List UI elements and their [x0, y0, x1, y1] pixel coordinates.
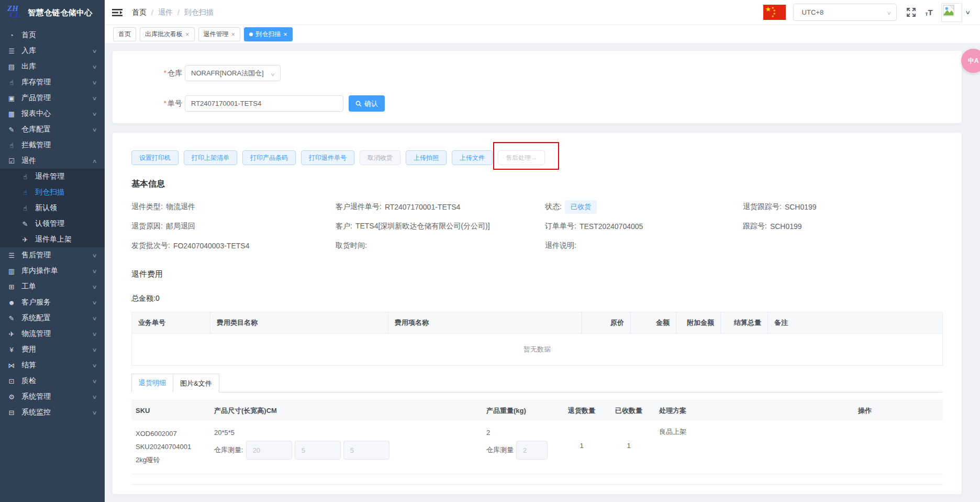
warehouse-select[interactable]: NORAFR[NORA法国仓] ∨ — [185, 65, 281, 81]
chevron-down-icon: ∨ — [92, 331, 97, 337]
chevron-down-icon: ∨ — [886, 10, 892, 16]
sidebar-item-system-monitor[interactable]: ⊟ 系统监控 ∨ — [0, 405, 105, 420]
return-reason-field: 退货原因: 邮局退回 — [131, 216, 336, 236]
view-tab-outbound-board[interactable]: 出库批次看板 × — [140, 27, 195, 41]
print-product-barcode-button[interactable]: 打印产品条码 — [242, 150, 296, 165]
return-type-field: 退件类型: 物流退件 — [131, 197, 336, 216]
china-flag-icon[interactable]: ★ ★ ★ ★ ★ — [763, 5, 786, 20]
sidebar-item-intercept[interactable]: ☝ 拦截管理 — [0, 137, 105, 153]
app-logo: ZH CL 智慧仓链仓储中心 — [0, 0, 105, 25]
avatar-dropdown-caret-icon[interactable]: ∨ — [965, 9, 971, 15]
required-asterisk: * — [164, 99, 166, 107]
col-return-qty: 退货数量 — [561, 400, 603, 421]
view-tab-home[interactable]: 首页 — [113, 27, 136, 41]
customer-return-no-field: 客户退件单号: RT2407170001-TETS4 — [336, 197, 545, 216]
sidebar-item-new-claim[interactable]: ☝ 新认领 — [0, 200, 105, 216]
sidebar-item-system-manage[interactable]: ⚙ 系统管理 ∨ — [0, 389, 105, 405]
print-return-number-button[interactable]: 打印退件单号 — [301, 150, 354, 165]
return-manage-icon: ☝ — [21, 173, 29, 181]
fee-section-title: 退件费用 — [131, 269, 943, 279]
aftersales-icon: ☰ — [7, 252, 16, 259]
sidebar-item-inventory[interactable]: ☝ 库存管理 ∨ — [0, 74, 105, 90]
product-icon: ▣ — [7, 94, 16, 102]
return-tracking-no-field: 退货跟踪号: SCH0199 — [743, 197, 943, 216]
sidebar-item-home[interactable]: ◔ 首页 — [0, 27, 105, 43]
sidebar-item-settlement[interactable]: ⋈ 结算 ∨ — [0, 357, 105, 373]
outbound-icon: ▤ — [7, 63, 16, 71]
font-size-icon[interactable]: тT — [926, 8, 933, 17]
col-weight: 产品重量(kg) — [482, 400, 561, 421]
app-title: 智慧仓链仓储中心 — [28, 8, 93, 18]
close-icon[interactable]: × — [231, 31, 236, 38]
fullscreen-icon[interactable] — [906, 7, 916, 17]
search-icon — [355, 101, 362, 107]
fee-table-header: 业务单号 费用类目名称 费用项名称 原价 金额 附加金额 结算总量 备注 — [132, 312, 942, 333]
sidebar-item-logistics[interactable]: ✈ 物流管理 ∨ — [0, 326, 105, 342]
sidebar-item-reports[interactable]: ▦ 报表中心 ∨ — [0, 106, 105, 122]
sidebar-item-system-config[interactable]: ✎ 系统配置 ∨ — [0, 310, 105, 326]
warehouse-ops-icon: ▥ — [7, 267, 16, 275]
tab-return-detail[interactable]: 退货明细 — [131, 374, 173, 392]
logo-icon: ZH CL — [6, 4, 23, 21]
sidebar-item-return-shelve[interactable]: ✈ 退件单上架 — [0, 232, 105, 247]
breadcrumb-home[interactable]: 首页 — [132, 8, 147, 17]
col-sku: SKU — [131, 400, 210, 421]
warehouse-label: 仓库 — [168, 69, 182, 77]
sidebar-item-fees[interactable]: ¥ 费用 ∨ — [0, 342, 105, 357]
sidebar-item-returns[interactable]: ☑ 退件 ∧ — [0, 153, 105, 169]
customer-field: 客户: TETS4[深圳新欧达仓储有限公司(分公司)] — [336, 216, 545, 236]
product-table-header: SKU 产品尺寸(长宽高)CM 产品重量(kg) 退货数量 已收数量 处理方案 … — [131, 400, 943, 421]
sidebar-item-warehouse-config[interactable]: ✎ 仓库配置 ∨ — [0, 122, 105, 137]
col-dimensions: 产品尺寸(长宽高)CM — [210, 400, 482, 421]
basic-info-grid: 退件类型: 物流退件 客户退件单号: RT2407170001-TETS4 状态… — [131, 197, 943, 255]
table-row: XOD6002007 SKU20240704001 2kg哑铃 20*5*5 仓… — [131, 421, 943, 474]
sidebar-item-aftersales[interactable]: ☰ 售后管理 ∨ — [0, 247, 105, 263]
quality-check-icon: ⊡ — [7, 377, 16, 385]
sidebar-item-product[interactable]: ▣ 产品管理 ∨ — [0, 90, 105, 106]
status-badge: 已收货 — [565, 200, 597, 214]
top-header: 首页 / 退件 / 到仓扫描 ★ ★ ★ ★ ★ UTC+8 ∨ — [105, 0, 980, 25]
sidebar-item-arrival-scan[interactable]: ☝ 到仓扫描 — [0, 184, 105, 200]
fee-total: 总金额:0 — [131, 294, 943, 303]
sidebar-item-return-manage[interactable]: ☝ 退件管理 — [0, 169, 105, 184]
return-qty-cell: 1 — [561, 427, 603, 466]
chevron-down-icon: ∨ — [92, 48, 97, 54]
settlement-icon: ⋈ — [7, 362, 16, 369]
app-root: ZH CL 智慧仓链仓储中心 ◔ 首页 ☰ 入库 ∨ ▤ 出库 ∨ ☝ 库存管理 — [0, 0, 980, 502]
timezone-select[interactable]: UTC+8 ∨ — [793, 4, 897, 21]
length-input — [246, 441, 292, 460]
chevron-down-icon: ∨ — [92, 268, 97, 274]
view-tab-arrival-scan[interactable]: 到仓扫描 × — [244, 27, 293, 41]
sidebar-item-ticket[interactable]: ⊞ 工单 ∨ — [0, 279, 105, 294]
warehouse-row: *仓库 NORAFR[NORA法国仓] ∨ — [157, 65, 962, 81]
avatar[interactable] — [941, 3, 962, 22]
close-icon[interactable]: × — [185, 31, 190, 38]
chevron-down-icon: ∨ — [92, 80, 97, 85]
sidebar-item-outbound[interactable]: ▤ 出库 ∨ — [0, 59, 105, 74]
inbound-icon: ☰ — [7, 47, 16, 55]
sidebar-item-quality-check[interactable]: ⊡ 质检 ∨ — [0, 373, 105, 389]
confirm-button[interactable]: 确认 — [349, 95, 385, 112]
order-input[interactable] — [185, 95, 343, 112]
sidebar-item-customer-service[interactable]: ☻ 客户服务 ∨ — [0, 294, 105, 310]
col-settle-total: 结算总量 — [721, 312, 768, 333]
sku-cell: XOD6002007 SKU20240704001 2kg哑铃 — [131, 427, 210, 466]
tab-images-files[interactable]: 图片&文件 — [173, 374, 219, 392]
view-tab-return-manage[interactable]: 退件管理 × — [198, 27, 241, 41]
received-qty-cell: 1 — [603, 427, 655, 466]
col-original-price: 原价 — [582, 312, 631, 333]
sidebar-item-claim-manage[interactable]: ✎ 认领管理 — [0, 216, 105, 232]
set-printer-button[interactable]: 设置打印机 — [131, 150, 179, 165]
upload-photo-button[interactable]: 上传拍照 — [406, 150, 447, 165]
scan-form-card: *仓库 NORAFR[NORA法国仓] ∨ *单号 确认 — [112, 50, 962, 124]
close-icon[interactable]: × — [283, 31, 287, 38]
upload-file-button[interactable]: 上传文件 — [452, 150, 493, 165]
logistics-icon: ✈ — [7, 330, 16, 338]
broken-image-icon — [943, 5, 954, 16]
aftersales-annotation-wrap: 售后处理→ — [498, 150, 545, 165]
collapse-sidebar-icon[interactable] — [112, 8, 122, 17]
warehouse-select-value: NORAFR[NORA法国仓] — [191, 69, 264, 78]
sidebar-item-inbound[interactable]: ☰ 入库 ∨ — [0, 43, 105, 59]
print-shelving-list-button[interactable]: 打印上架清单 — [184, 150, 237, 165]
sidebar-item-warehouse-ops[interactable]: ▥ 库内操作单 ∨ — [0, 263, 105, 279]
